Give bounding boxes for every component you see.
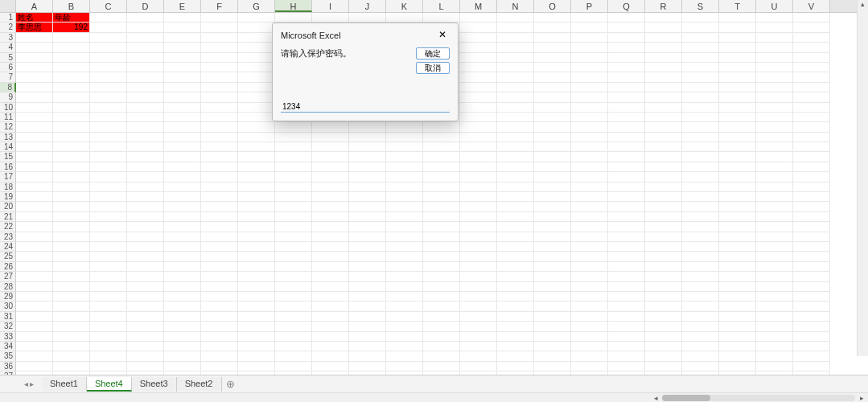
cell-T8[interactable]	[719, 83, 756, 92]
cell-O5[interactable]	[534, 53, 571, 63]
cell-U35[interactable]	[756, 351, 793, 361]
cell-H28[interactable]	[275, 282, 312, 292]
cell-D5[interactable]	[127, 53, 164, 63]
cell-C16[interactable]	[90, 162, 127, 172]
cell-P8[interactable]	[571, 83, 608, 92]
cell-V22[interactable]	[793, 222, 830, 232]
cell-P28[interactable]	[571, 282, 608, 292]
cell-B10[interactable]	[53, 103, 90, 113]
cell-J26[interactable]	[349, 262, 386, 272]
cell-S15[interactable]	[682, 152, 719, 162]
cell-Q1[interactable]	[608, 13, 645, 23]
cell-B13[interactable]	[53, 133, 90, 142]
cell-E22[interactable]	[164, 222, 201, 232]
cell-N31[interactable]	[497, 312, 534, 322]
cell-H31[interactable]	[275, 312, 312, 322]
cell-H24[interactable]	[275, 242, 312, 252]
cell-A20[interactable]	[16, 202, 53, 211]
cell-B35[interactable]	[53, 351, 90, 361]
cell-F22[interactable]	[201, 222, 238, 232]
cell-C19[interactable]	[90, 192, 127, 202]
row-header-33[interactable]: 33	[0, 332, 16, 342]
cell-P9[interactable]	[571, 92, 608, 102]
cell-F9[interactable]	[201, 92, 238, 102]
cell-P18[interactable]	[571, 183, 608, 192]
cell-N1[interactable]	[497, 13, 534, 23]
cell-G25[interactable]	[238, 252, 275, 261]
row-header-10[interactable]: 10	[0, 103, 16, 113]
cell-M16[interactable]	[460, 162, 497, 172]
cell-Q33[interactable]	[608, 332, 645, 342]
cell-L12[interactable]	[423, 122, 460, 132]
cell-Q32[interactable]	[608, 322, 645, 331]
cell-O27[interactable]	[534, 272, 571, 281]
cell-U6[interactable]	[756, 63, 793, 72]
cell-I22[interactable]	[312, 222, 349, 232]
cell-R17[interactable]	[645, 172, 682, 182]
cell-S4[interactable]	[682, 43, 719, 52]
cell-T11[interactable]	[719, 113, 756, 122]
cell-D9[interactable]	[127, 92, 164, 102]
cell-I29[interactable]	[312, 292, 349, 302]
cell-U16[interactable]	[756, 162, 793, 172]
cell-M25[interactable]	[460, 252, 497, 261]
cell-V32[interactable]	[793, 322, 830, 331]
cell-A9[interactable]	[16, 92, 53, 102]
cell-S35[interactable]	[682, 351, 719, 361]
cell-B34[interactable]	[53, 342, 90, 351]
column-header-J[interactable]: J	[349, 0, 386, 12]
cell-Q20[interactable]	[608, 202, 645, 211]
cell-C22[interactable]	[90, 222, 127, 232]
cell-T3[interactable]	[719, 33, 756, 43]
cell-R36[interactable]	[645, 362, 682, 371]
row-header-36[interactable]: 36	[0, 362, 16, 371]
cell-D27[interactable]	[127, 272, 164, 281]
cell-N18[interactable]	[497, 183, 534, 192]
cell-O15[interactable]	[534, 152, 571, 162]
cell-B19[interactable]	[53, 192, 90, 202]
cell-N33[interactable]	[497, 332, 534, 342]
cell-K19[interactable]	[386, 192, 423, 202]
cell-C17[interactable]	[90, 172, 127, 182]
cell-A26[interactable]	[16, 262, 53, 272]
horizontal-scrollbar[interactable]: ◂ ▸	[0, 392, 868, 402]
column-header-C[interactable]: C	[90, 0, 127, 12]
cell-D15[interactable]	[127, 152, 164, 162]
cell-T2[interactable]	[719, 23, 756, 32]
cell-N11[interactable]	[497, 113, 534, 122]
cell-V26[interactable]	[793, 262, 830, 272]
cell-F34[interactable]	[201, 342, 238, 351]
cell-N3[interactable]	[497, 33, 534, 43]
cell-K13[interactable]	[386, 133, 423, 142]
cell-D12[interactable]	[127, 122, 164, 132]
column-header-T[interactable]: T	[719, 0, 756, 12]
cell-U4[interactable]	[756, 43, 793, 52]
cell-A11[interactable]	[16, 113, 53, 122]
cell-P15[interactable]	[571, 152, 608, 162]
cell-A14[interactable]	[16, 142, 53, 152]
cell-C7[interactable]	[90, 72, 127, 82]
cell-E36[interactable]	[164, 362, 201, 371]
row-header-20[interactable]: 20	[0, 202, 16, 211]
cell-D31[interactable]	[127, 312, 164, 322]
cell-A22[interactable]	[16, 222, 53, 232]
cell-H30[interactable]	[275, 302, 312, 311]
cell-B8[interactable]	[53, 83, 90, 92]
cell-G32[interactable]	[238, 322, 275, 331]
cell-N34[interactable]	[497, 342, 534, 351]
cell-Q27[interactable]	[608, 272, 645, 281]
cell-H15[interactable]	[275, 152, 312, 162]
cell-I12[interactable]	[312, 122, 349, 132]
cell-N24[interactable]	[497, 242, 534, 252]
cell-J19[interactable]	[349, 192, 386, 202]
cell-C9[interactable]	[90, 92, 127, 102]
cell-S30[interactable]	[682, 302, 719, 311]
cell-E3[interactable]	[164, 33, 201, 43]
cell-R11[interactable]	[645, 113, 682, 122]
cell-B29[interactable]	[53, 292, 90, 302]
cell-S25[interactable]	[682, 252, 719, 261]
cell-M32[interactable]	[460, 322, 497, 331]
cell-L34[interactable]	[423, 342, 460, 351]
new-sheet-button[interactable]: ⊕	[222, 378, 240, 390]
cell-V12[interactable]	[793, 122, 830, 132]
